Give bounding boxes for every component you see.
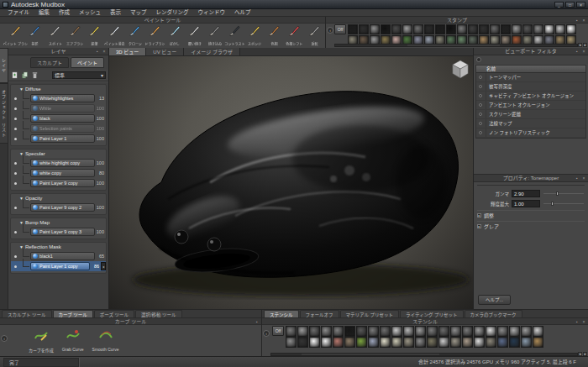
layer-strength-value[interactable]: 80 <box>95 170 106 176</box>
filter-led-icon[interactable] <box>479 85 482 88</box>
stencil-thumbnail[interactable] <box>450 337 461 348</box>
tool-dry-brush[interactable]: ドライブラシ <box>144 24 165 46</box>
layer-strength-value[interactable]: 86 <box>90 264 101 269</box>
side-tab-object-list[interactable]: オブジェクト リスト <box>0 83 8 144</box>
stamp-thumbnail[interactable] <box>424 24 434 34</box>
layer-strength-value[interactable]: 100 <box>95 181 106 186</box>
tool-blur[interactable]: ぼかし <box>165 24 185 46</box>
tool-projection[interactable]: 投影 <box>25 24 45 46</box>
menu-item-3[interactable]: メッシュ <box>75 9 105 16</box>
layer-pill[interactable]: Paint Layer 9 copy 2 <box>30 203 95 212</box>
stamp-thumbnail[interactable] <box>446 24 456 34</box>
tools-tab-3[interactable]: 選択/移動 ツール <box>135 310 182 317</box>
minimize-button[interactable]: _ <box>554 2 564 8</box>
stencil-thumbnail[interactable] <box>450 326 461 337</box>
stencil-thumbnail[interactable] <box>403 326 414 337</box>
stencil-thumbnail[interactable] <box>344 326 355 337</box>
close-button[interactable]: × <box>576 2 585 8</box>
stencil-thumbnail[interactable] <box>391 326 402 337</box>
layer-options-handle[interactable]: ◂ <box>101 262 106 270</box>
delete-layer-icon[interactable] <box>31 71 39 79</box>
stencil-thumbnail[interactable] <box>509 337 520 348</box>
maximize-button[interactable]: □ <box>565 2 575 8</box>
filter-row[interactable]: ノン フォトリアリスティック <box>476 128 585 138</box>
stencil-thumbnail[interactable] <box>297 326 308 337</box>
layer-pill[interactable]: black <box>30 114 95 123</box>
filter-row[interactable]: 被写界深度 <box>476 82 585 92</box>
filter-led-icon[interactable] <box>479 113 482 116</box>
view-cube-gizmo[interactable] <box>451 60 470 80</box>
stamp-thumbnail[interactable] <box>402 24 412 34</box>
layer-strength-value[interactable]: 100 <box>95 126 106 131</box>
close-icon[interactable]: × <box>581 49 586 54</box>
stamp-thumbnail[interactable] <box>370 24 380 34</box>
layer-visibility-dot[interactable] <box>14 138 17 140</box>
slider-handle[interactable] <box>551 202 554 206</box>
layer-visibility-dot[interactable] <box>14 231 17 233</box>
stencil-thumbnail[interactable] <box>309 326 320 337</box>
tools-tab-0[interactable]: スカルプト ツール <box>2 310 52 317</box>
tool-pencil[interactable]: 鉛筆 <box>85 24 105 46</box>
expand-icon[interactable]: ▸ <box>477 224 481 228</box>
close-icon[interactable]: × <box>581 18 586 23</box>
filter-led-icon[interactable] <box>479 103 482 107</box>
layer-strength-value[interactable]: 100 <box>95 116 106 121</box>
tool-hue-shift[interactable]: 色相シフト <box>285 24 305 46</box>
stamp-thumbnail[interactable] <box>359 24 369 34</box>
stamp-thumbnail[interactable] <box>533 24 543 34</box>
stencil-thumbnail[interactable] <box>462 326 473 337</box>
stencil-thumbnail[interactable] <box>438 337 449 348</box>
menu-item-5[interactable]: マップ <box>126 9 151 16</box>
stencil-thumbnail[interactable] <box>321 337 332 348</box>
tool-dodge[interactable]: 覆い焼き <box>185 24 205 46</box>
layer-visibility-dot[interactable] <box>14 172 17 175</box>
stencil-thumbnail[interactable] <box>309 337 320 348</box>
stencil-thumbnail[interactable] <box>474 337 485 348</box>
tool-airbrush[interactable]: エアブラシ <box>65 24 85 46</box>
stamp-scroll-left-button[interactable]: ‹ <box>327 27 333 34</box>
stamp-scroll-right-arrow[interactable]: ▸ <box>583 43 587 47</box>
layer-pill[interactable]: Paint Layer 1 <box>30 134 95 143</box>
presets-tab-0[interactable]: ステンシル <box>264 310 299 317</box>
filter-row[interactable]: スクリーン距離 <box>476 110 585 119</box>
curve-tool[interactable]: Smooth Curve <box>92 328 119 353</box>
slider-handle[interactable] <box>556 191 559 196</box>
property-slider[interactable] <box>543 190 585 197</box>
filter-led-icon[interactable] <box>479 76 482 79</box>
layer-visibility-dot[interactable] <box>14 182 17 185</box>
stamp-thumbnail[interactable] <box>468 24 478 34</box>
stencil-thumbnail[interactable] <box>368 326 379 337</box>
tool-clone[interactable]: クローン <box>125 24 145 46</box>
viewport-tab-0[interactable]: 3D ビュー <box>109 48 146 55</box>
viewport-3d-canvas[interactable] <box>109 56 473 309</box>
presets-tab-2[interactable]: マテリアル プリセット <box>340 310 399 317</box>
stencil-thumbnail[interactable] <box>497 326 508 337</box>
viewport-tab-1[interactable]: UV ビュー <box>146 48 184 55</box>
stencil-thumbnail[interactable] <box>474 326 485 337</box>
menu-item-8[interactable]: ヘルプ <box>230 9 255 16</box>
stencil-thumbnail[interactable] <box>356 337 367 348</box>
layer-pill[interactable]: white copy <box>30 169 95 177</box>
property-value-input[interactable]: 2.90 <box>512 190 540 197</box>
stencil-thumbnail[interactable] <box>521 326 532 337</box>
tool-invert[interactable]: 反転 <box>304 24 324 46</box>
pin-icon[interactable]: ▪ <box>575 18 580 23</box>
expand-icon[interactable]: ▸ <box>477 213 481 218</box>
stencil-thumbnail[interactable] <box>321 326 332 337</box>
stencil-thumbnail[interactable] <box>344 337 355 348</box>
layer-visibility-dot[interactable] <box>14 97 17 100</box>
filter-row[interactable]: トーンマッパー <box>476 73 585 82</box>
stencil-thumbnail[interactable] <box>415 337 426 348</box>
property-section[interactable]: ▸調整 <box>477 210 585 219</box>
stamp-thumbnail[interactable] <box>435 24 445 34</box>
stencil-thumbnail[interactable] <box>462 337 473 348</box>
layer-strength-value[interactable]: 100 <box>95 106 106 111</box>
stencil-thumbnail[interactable] <box>286 337 297 348</box>
layer-row[interactable]: Paint Layer 9 copy 2100 <box>11 202 106 212</box>
tool-eyedropper[interactable]: スポイト <box>45 24 66 46</box>
stencil-thumbnail[interactable] <box>380 337 391 348</box>
pin-icon[interactable]: ▪ <box>575 319 580 324</box>
layer-strength-value[interactable]: 100 <box>95 229 106 234</box>
stamp-thumbnail[interactable] <box>544 24 554 34</box>
new-layer-icon[interactable] <box>11 71 18 79</box>
